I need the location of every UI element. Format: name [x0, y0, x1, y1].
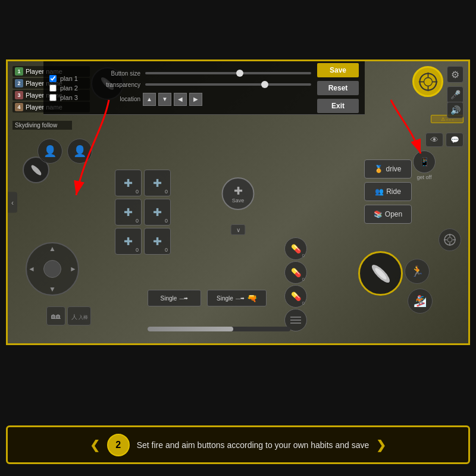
dpad-right: ►	[70, 265, 77, 273]
medkit-btn-1[interactable]: ✚ 0	[115, 170, 142, 196]
ride-button[interactable]: 👥 Ride	[364, 182, 412, 201]
fire-mode-button-2[interactable]: Single —➡ 🔫	[207, 290, 267, 306]
transparency-row: transparency	[93, 82, 311, 88]
crosshair-aim-button[interactable]	[412, 66, 443, 97]
medkit-count-5: 0	[136, 247, 139, 253]
save-center-button[interactable]: ✚ Save	[222, 177, 255, 210]
sound-button[interactable]: 🔊	[447, 102, 464, 118]
medkit-count-6: 0	[165, 247, 168, 253]
eye-button[interactable]: 👁	[425, 133, 443, 147]
plan-3-checkbox[interactable]	[49, 94, 57, 101]
medkit-btn-4[interactable]: ✚ 0	[144, 199, 171, 226]
fire-mode-button-1[interactable]: Single —➡	[148, 290, 201, 306]
plan-row-1[interactable]: plan 1	[49, 75, 87, 82]
chat-button[interactable]: 💬	[446, 133, 464, 147]
drive-button[interactable]: 🏅 drive	[364, 159, 412, 178]
joystick-arrows: ▲ ▼ ◄ ►	[27, 243, 78, 295]
svg-point-3	[424, 77, 432, 86]
ride-icon: 👥	[375, 187, 384, 196]
medkit-count-4: 0	[165, 218, 168, 224]
button-size-label: Button size	[93, 70, 140, 77]
arrow-right-1: —➡	[179, 296, 188, 301]
location-label: location	[93, 96, 140, 102]
open-icon: 📚	[374, 210, 383, 218]
medkit-count-3: 0	[136, 218, 139, 224]
transparency-track[interactable]	[145, 83, 311, 86]
expand-button[interactable]: ∨	[231, 224, 246, 235]
getoff-button[interactable]: 📱	[413, 151, 436, 173]
button-size-row: Button size	[93, 70, 311, 77]
drive-label: drive	[386, 165, 401, 173]
medkit-btn-3[interactable]: ✚ 0	[115, 199, 142, 226]
location-row: location ▲ ▼ ◀ ▶	[93, 93, 311, 106]
throwable-count-1: 0	[302, 253, 305, 258]
button-size-thumb[interactable]	[236, 70, 243, 77]
player-silhouette-1[interactable]: 👤	[37, 139, 62, 164]
crosshair-icon	[418, 71, 439, 92]
jump-button[interactable]: 🏃	[405, 259, 430, 284]
throwable-count-2: 0	[302, 277, 305, 282]
people-count-button[interactable]: 人 入棒	[67, 306, 91, 325]
medkit-btn-6[interactable]: ✚ 0	[144, 228, 171, 255]
save-button[interactable]: Save	[317, 63, 359, 77]
reset-button[interactable]: Reset	[317, 81, 359, 95]
scope-small-icon	[443, 233, 457, 247]
prone-button[interactable]: 🏂	[408, 289, 433, 314]
throwable-btn-3[interactable]: 💊0	[284, 285, 307, 308]
throwable-count-3: 0	[302, 300, 305, 306]
button-size-track[interactable]	[145, 72, 311, 74]
location-down-btn[interactable]: ▼	[158, 93, 171, 106]
player-silhouette-2[interactable]: 👤	[67, 139, 92, 164]
transparency-thumb[interactable]	[261, 81, 268, 88]
left-expand-arrow[interactable]: ‹	[8, 192, 17, 213]
transparency-label: transparency	[93, 82, 140, 88]
ammo-circle-large[interactable]	[358, 251, 403, 296]
svg-point-8	[30, 164, 42, 176]
getoff-label: get off	[417, 174, 432, 180]
svg-text:入棒: 入棒	[79, 315, 88, 320]
arrow-right-2: —➡	[236, 296, 245, 301]
dpad-up: ▲	[49, 245, 56, 253]
save-center-label: Save	[232, 198, 245, 203]
plan-2-checkbox[interactable]	[49, 84, 57, 92]
scope-lines-icon	[289, 314, 302, 327]
player-num-1: 1	[15, 67, 23, 76]
action-buttons-section: Save Reset Exit	[317, 63, 359, 113]
location-left-btn[interactable]: ◀	[174, 93, 187, 106]
plan-row-2[interactable]: plan 2	[49, 84, 87, 92]
medkit-btn-2[interactable]: ✚ 0	[144, 170, 171, 196]
plan-row-3[interactable]: plan 3	[49, 94, 87, 101]
instruction-bar: ❮ 2 Set fire and aim buttons according t…	[6, 425, 470, 464]
settings-panel: plan 1 plan 2 plan 3 Button size	[43, 61, 365, 115]
open-button[interactable]: 📚 Open	[364, 205, 412, 224]
people-icon: 人 入棒	[70, 310, 88, 322]
throwable-btn-2[interactable]: 💊0	[284, 261, 307, 284]
location-up-btn[interactable]: ▲	[143, 93, 156, 106]
player-num-3: 3	[15, 91, 23, 99]
plan-3-label: plan 3	[60, 94, 87, 101]
location-right-btn[interactable]: ▶	[189, 93, 202, 106]
player-num-4: 4	[15, 103, 23, 111]
game-frame: ‹ 1 Player name 2 Player name 3 Player n…	[6, 60, 470, 345]
joystick[interactable]: ▲ ▼ ◄ ►	[26, 242, 79, 296]
mic-button[interactable]: 🎤	[447, 86, 464, 103]
dpad-down: ▼	[49, 285, 56, 293]
bullet-icon-small-svg	[28, 162, 45, 178]
gear-button[interactable]: ⚙	[447, 66, 464, 83]
plan-1-checkbox[interactable]	[49, 75, 57, 82]
drive-icon: 🏅	[374, 165, 383, 173]
throwable-btn-1[interactable]: 💊0	[284, 237, 307, 260]
plan-1-label: plan 1	[60, 75, 87, 82]
scope-small-button[interactable]	[439, 228, 461, 251]
svg-text:人: 人	[71, 314, 77, 320]
medkit-count-1: 0	[136, 189, 139, 195]
chevron-right-instruction: ❯	[376, 438, 386, 452]
ammo-bullet-icon	[366, 259, 396, 289]
dpad-left: ◄	[28, 265, 35, 273]
backpack-button[interactable]: 🏘	[46, 306, 65, 325]
open-label: Open	[385, 210, 402, 218]
medkit-count-2: 0	[165, 189, 168, 195]
skydiving-text: Skydiving follow	[12, 121, 72, 130]
exit-button[interactable]: Exit	[317, 99, 359, 113]
medkit-btn-5[interactable]: ✚ 0	[115, 228, 142, 255]
